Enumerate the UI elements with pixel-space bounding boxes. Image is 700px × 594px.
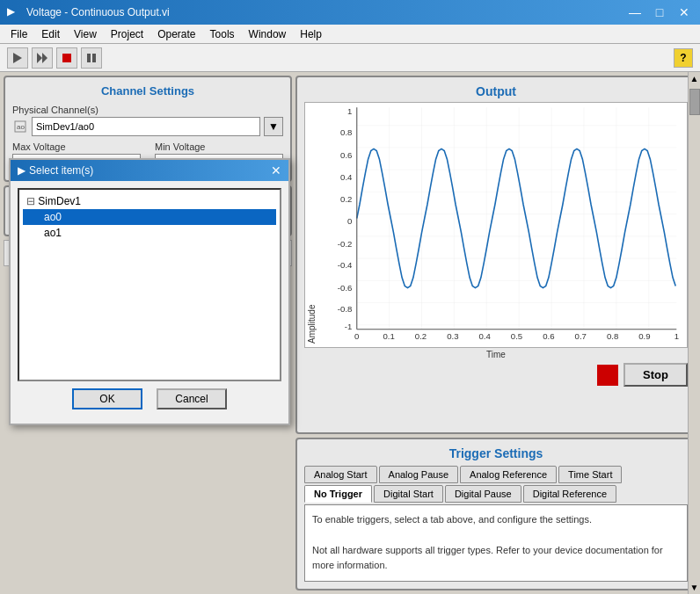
svg-text:0.7: 0.7 <box>575 331 587 341</box>
pause-button[interactable] <box>81 47 102 69</box>
app-icon: ▶ <box>7 5 21 19</box>
svg-text:0.1: 0.1 <box>383 331 394 341</box>
svg-marker-2 <box>42 53 47 63</box>
run-button[interactable] <box>7 47 28 69</box>
scroll-down-button[interactable]: ▼ <box>689 581 700 594</box>
svg-text:-0.2: -0.2 <box>338 239 353 249</box>
menu-project[interactable]: Project <box>104 26 150 42</box>
svg-text:0.5: 0.5 <box>511 331 522 341</box>
svg-rect-4 <box>87 54 91 62</box>
trigger-tab-content: To enable triggers, select a tab above, … <box>304 504 688 582</box>
minimize-button[interactable]: — <box>626 5 644 19</box>
trigger-tab-row1: Analog Start Analog Pause Analog Referen… <box>304 466 688 483</box>
tab-analog-reference[interactable]: Analog Reference <box>460 466 557 483</box>
tab-no-trigger[interactable]: No Trigger <box>304 485 372 503</box>
menu-edit[interactable]: Edit <box>34 26 67 42</box>
menu-view[interactable]: View <box>67 26 104 42</box>
stop-toolbar-button[interactable] <box>56 47 77 69</box>
title-bar: ▶ Voltage - Continuous Output.vi — □ ✕ <box>0 0 700 25</box>
tab-analog-pause[interactable]: Analog Pause <box>379 466 459 483</box>
svg-text:0: 0 <box>347 216 352 226</box>
y-axis-label: Amplitude <box>305 103 318 347</box>
tab-analog-start[interactable]: Analog Start <box>304 466 377 483</box>
svg-text:0.8: 0.8 <box>607 331 618 341</box>
svg-text:1: 1 <box>347 106 352 116</box>
svg-text:-1: -1 <box>345 322 353 331</box>
help-button[interactable]: ? <box>674 48 693 68</box>
dialog-icon: ▶ <box>18 164 26 177</box>
scroll-up-button[interactable]: ▲ <box>689 72 700 85</box>
svg-text:0.2: 0.2 <box>415 331 427 341</box>
menu-operate[interactable]: Operate <box>150 26 202 42</box>
svg-text:-0.4: -0.4 <box>338 260 353 270</box>
menu-file[interactable]: File <box>4 26 34 42</box>
svg-text:0: 0 <box>354 331 359 341</box>
svg-text:0.6: 0.6 <box>340 150 352 160</box>
dialog-ok-button[interactable]: OK <box>72 388 142 409</box>
dialog-content: ⊟ SimDev1 ao0 ao1 OK Cancel <box>11 181 288 424</box>
tree-expand-icon: ⊟ <box>26 195 38 207</box>
min-voltage-label: Min Voltage <box>155 141 283 152</box>
dialog-cancel-button[interactable]: Cancel <box>157 388 227 409</box>
tree-view[interactable]: ⊟ SimDev1 ao0 ao1 <box>18 188 281 381</box>
svg-rect-10 <box>357 107 677 329</box>
tab-digital-start[interactable]: Digital Start <box>374 485 443 503</box>
menu-help[interactable]: Help <box>293 26 329 42</box>
tab-time-start[interactable]: Time Start <box>558 466 622 483</box>
window-title: Voltage - Continuous Output.vi <box>26 6 619 18</box>
svg-text:0.6: 0.6 <box>543 331 554 341</box>
menu-bar: File Edit View Project Operate Tools Win… <box>0 25 700 44</box>
chart-area: Amplitude 1 0.8 <box>304 102 688 348</box>
svg-text:0.3: 0.3 <box>447 331 458 341</box>
stop-button[interactable]: Stop <box>623 363 688 387</box>
stop-row: Stop <box>304 363 688 387</box>
scrollbar: ▲ ▼ <box>688 72 700 594</box>
tree-node-label-simdev1: SimDev1 <box>38 195 81 207</box>
tree-node-ao1[interactable]: ao1 <box>23 225 276 241</box>
svg-text:0.4: 0.4 <box>340 172 353 182</box>
channel-dropdown-button[interactable]: ▼ <box>264 117 283 136</box>
x-axis-label: Time <box>304 350 688 359</box>
physical-channel-input[interactable] <box>32 117 260 136</box>
tree-node-label-ao1: ao1 <box>44 227 62 239</box>
output-chart: 1 0.8 0.6 0.4 0.2 0 -0.2 -0.4 -0.6 -0.8 … <box>318 103 687 347</box>
tree-node-label-ao0: ao0 <box>44 211 62 223</box>
output-panel: Output Amplitude <box>295 76 696 434</box>
right-panel: Output Amplitude <box>295 76 696 590</box>
channel-icon: ao <box>12 117 28 136</box>
max-voltage-label: Max Voltage <box>12 141 141 152</box>
output-title: Output <box>304 84 688 98</box>
dialog-buttons: OK Cancel <box>18 381 281 417</box>
svg-text:0.2: 0.2 <box>340 194 352 204</box>
select-items-dialog: ▶ Select item(s) ✕ ⊟ SimDev1 ao0 ao1 OK … <box>9 158 290 425</box>
trigger-tab-row2: No Trigger Digital Start Digital Pause D… <box>304 485 688 503</box>
run-continuously-button[interactable] <box>32 47 53 69</box>
toolbar: ? <box>0 44 700 72</box>
svg-text:0.9: 0.9 <box>638 331 650 341</box>
dialog-close-button[interactable]: ✕ <box>271 163 281 177</box>
svg-text:ao: ao <box>17 123 25 131</box>
svg-text:0.8: 0.8 <box>340 127 352 137</box>
svg-text:-0.8: -0.8 <box>338 304 353 314</box>
scroll-thumb[interactable] <box>689 89 700 115</box>
stop-indicator <box>597 365 618 386</box>
channel-settings-title: Channel Settings <box>12 84 283 98</box>
svg-text:-0.6: -0.6 <box>338 283 353 293</box>
physical-channel-label: Physical Channel(s) <box>12 105 283 115</box>
dialog-title-bar: ▶ Select item(s) ✕ <box>11 160 288 181</box>
svg-marker-1 <box>37 53 42 63</box>
trigger-info-text1: To enable triggers, select a tab above, … <box>312 512 680 528</box>
dialog-title: Select item(s) <box>29 164 271 177</box>
trigger-info-text2: Not all hardware supports all trigger ty… <box>312 543 680 574</box>
tab-digital-pause[interactable]: Digital Pause <box>445 485 521 503</box>
trigger-panel: Trigger Settings Analog Start Analog Pau… <box>295 438 696 590</box>
menu-window[interactable]: Window <box>242 26 294 42</box>
svg-rect-3 <box>62 54 71 62</box>
menu-tools[interactable]: Tools <box>203 26 242 42</box>
tree-node-ao0[interactable]: ao0 <box>23 209 276 225</box>
tree-node-simdev1[interactable]: ⊟ SimDev1 <box>23 193 276 209</box>
close-button[interactable]: ✕ <box>675 5 693 19</box>
tab-digital-reference[interactable]: Digital Reference <box>523 485 616 503</box>
svg-marker-0 <box>13 53 22 63</box>
maximize-button[interactable]: □ <box>651 5 668 19</box>
